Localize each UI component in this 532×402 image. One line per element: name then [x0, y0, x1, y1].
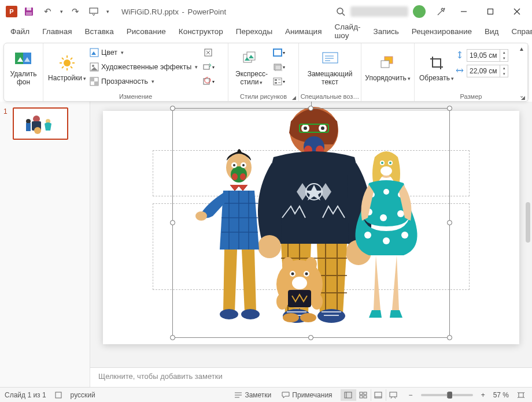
comments-toggle[interactable]: Примечания: [279, 390, 334, 400]
thumb-number: 1: [3, 107, 9, 140]
vertical-scrollbar[interactable]: [525, 107, 531, 344]
language-status[interactable]: русский: [71, 391, 95, 399]
tab-insert[interactable]: Вставка: [79, 24, 120, 39]
svg-rect-132: [390, 392, 397, 397]
undo-button[interactable]: ↶: [39, 3, 56, 20]
picture-effects-button[interactable]: ▾: [271, 60, 286, 74]
save-button[interactable]: [21, 3, 37, 20]
zoom-value[interactable]: 57 %: [493, 391, 509, 399]
quick-styles-icon: [242, 50, 261, 68]
handle-n[interactable]: [308, 106, 313, 111]
slide-thumbnail-1[interactable]: [13, 107, 68, 140]
reset-picture-button[interactable]: ▾: [201, 75, 216, 88]
width-up[interactable]: ▴: [500, 65, 508, 71]
fit-to-window-button[interactable]: [515, 390, 527, 400]
corrections-button[interactable]: Настройки: [47, 46, 87, 91]
svg-rect-124: [345, 392, 352, 398]
color-icon: [90, 48, 99, 57]
picture-border-button[interactable]: ▾: [271, 46, 286, 59]
width-down[interactable]: ▾: [500, 71, 508, 77]
svg-line-18: [71, 66, 72, 68]
tab-record[interactable]: Запись: [368, 24, 405, 39]
tab-view[interactable]: Вид: [479, 24, 504, 39]
zoom-slider[interactable]: [421, 394, 473, 396]
quick-styles-button[interactable]: Экспресс-стили: [232, 46, 271, 91]
styles-launcher-icon[interactable]: ◢: [292, 95, 296, 100]
svg-rect-7: [488, 9, 493, 14]
canvas[interactable]: [90, 102, 532, 367]
ribbon-collapse-button[interactable]: ⌄: [519, 92, 524, 99]
tab-animations[interactable]: Анимация: [279, 24, 327, 39]
handle-se[interactable]: [447, 335, 452, 340]
tab-design[interactable]: Конструктор: [173, 24, 229, 39]
svg-point-4: [337, 8, 343, 14]
redo-button[interactable]: ↷: [67, 3, 83, 20]
svg-rect-127: [364, 392, 367, 394]
width-input[interactable]: 22,09 см▴▾: [467, 65, 508, 77]
handle-e[interactable]: [447, 220, 452, 225]
tools-icon[interactable]: [433, 3, 450, 20]
tab-slideshow[interactable]: Слайд-шоу: [328, 20, 366, 43]
tab-review[interactable]: Рецензирование: [406, 24, 478, 39]
color-button[interactable]: Цвет▾: [87, 46, 201, 59]
maximize-button[interactable]: [478, 3, 503, 20]
zoom-in-button[interactable]: +: [479, 390, 487, 400]
crop-button[interactable]: Обрезать: [418, 46, 455, 91]
picture-layout-button[interactable]: ▾: [271, 75, 286, 88]
tab-transitions[interactable]: Переходы: [230, 24, 278, 39]
qat-customize[interactable]: ▾: [104, 3, 111, 20]
width-icon: [455, 66, 464, 77]
handle-ne[interactable]: [447, 106, 452, 111]
handle-w[interactable]: [170, 220, 175, 225]
svg-rect-129: [364, 396, 367, 398]
svg-line-19: [62, 66, 64, 68]
tab-help[interactable]: Справка: [506, 24, 532, 39]
notes-toggle[interactable]: Заметки: [232, 390, 274, 400]
height-down[interactable]: ▾: [500, 55, 508, 61]
crop-icon: [427, 54, 446, 72]
slide[interactable]: [103, 111, 519, 344]
minimize-button[interactable]: [451, 3, 476, 20]
svg-rect-10: [15, 53, 23, 64]
zoom-knob[interactable]: [448, 392, 452, 399]
sorter-view-button[interactable]: [356, 389, 371, 401]
normal-view-button[interactable]: [341, 389, 356, 401]
slideshow-view-button[interactable]: [386, 389, 401, 401]
transparency-icon: [90, 77, 99, 86]
accessibility-status[interactable]: [52, 390, 65, 400]
slideshow-button[interactable]: [86, 3, 102, 20]
ribbon-scroll-up[interactable]: ▲: [519, 46, 524, 52]
svg-rect-35: [274, 78, 282, 85]
scrollbar-thumb[interactable]: [526, 202, 530, 243]
artistic-effects-button[interactable]: Художественные эффекты▾: [87, 60, 201, 74]
close-button[interactable]: [504, 3, 530, 20]
undo-dropdown[interactable]: ▾: [58, 3, 65, 20]
svg-line-5: [342, 13, 345, 16]
tab-draw[interactable]: Рисование: [121, 24, 172, 39]
svg-rect-126: [360, 392, 363, 394]
reading-view-button[interactable]: [371, 389, 386, 401]
window-title: WiFiGiD.RU.pptx - PowerPoint: [121, 8, 226, 16]
arrange-button[interactable]: Упорядочить: [364, 46, 411, 91]
notes-pane[interactable]: Щелкните, чтобы добавить заметки: [90, 367, 532, 387]
tab-home[interactable]: Главная: [36, 24, 77, 39]
handle-nw[interactable]: [170, 106, 175, 111]
svg-rect-37: [275, 82, 277, 84]
selection-box[interactable]: [172, 108, 450, 338]
transparency-button[interactable]: Прозрачность▾: [87, 75, 201, 88]
zoom-out-button[interactable]: −: [407, 390, 415, 400]
handle-s[interactable]: [308, 335, 313, 340]
remove-background-button[interactable]: Удалить фон: [8, 46, 39, 91]
handle-sw[interactable]: [170, 335, 175, 340]
alt-text-button[interactable]: Замещающий текст: [302, 46, 357, 91]
height-input[interactable]: 19,05 см▴▾: [467, 49, 508, 62]
svg-line-20: [71, 58, 72, 59]
account-avatar[interactable]: [413, 5, 426, 18]
search-icon[interactable]: [332, 3, 349, 20]
account-name[interactable]: [350, 6, 408, 17]
change-picture-button[interactable]: ▾: [201, 60, 216, 74]
compress-pictures-button[interactable]: [201, 46, 216, 59]
tab-file[interactable]: Файл: [5, 24, 35, 39]
view-buttons: [341, 389, 401, 401]
height-up[interactable]: ▴: [500, 50, 508, 55]
